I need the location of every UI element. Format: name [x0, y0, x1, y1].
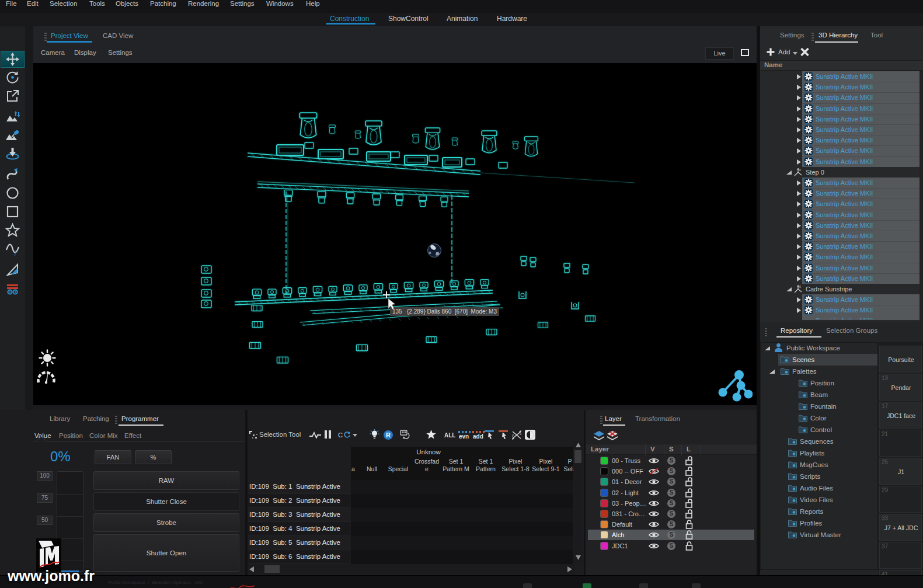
svg-text:x: x [520, 432, 521, 436]
svg-text:0: 0 [799, 285, 801, 288]
svg-text:f: f [15, 249, 17, 256]
svg-text:y: y [512, 433, 514, 437]
svg-text:0: 0 [799, 168, 801, 172]
